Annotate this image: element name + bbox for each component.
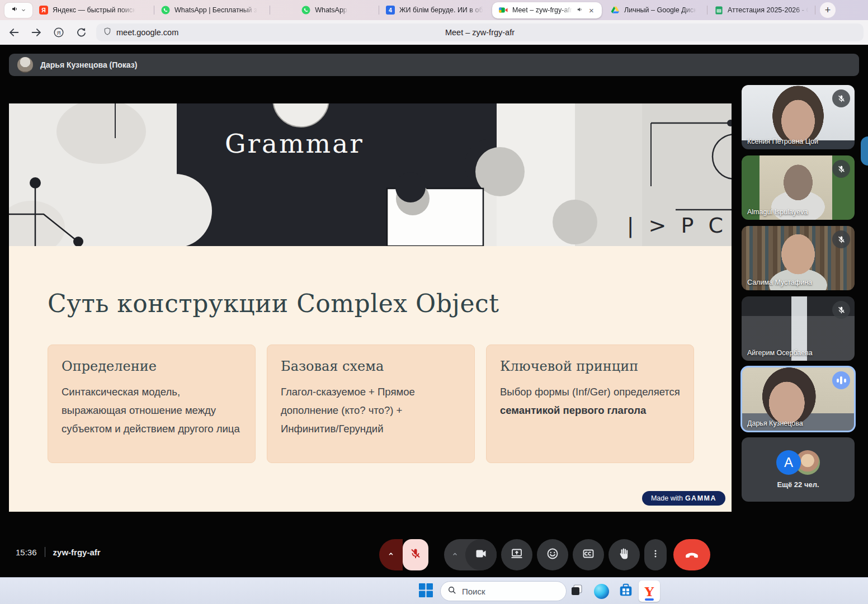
close-icon[interactable]: × [589,6,594,15]
camera-button-group [444,539,497,570]
drive-icon [611,6,620,15]
taskbar-search[interactable] [440,581,567,601]
card-heading: Определение [62,358,242,374]
windows-logo-icon [419,583,433,600]
reactions-button[interactable] [537,539,568,570]
more-participants-tile[interactable]: A Ещё 22 чел. [742,437,855,502]
presenter-name: Дарья Кузнецова (Показ) [40,60,137,69]
edge-browser-button[interactable] [591,581,612,602]
forward-button[interactable] [28,24,45,41]
presenter-banner[interactable]: Дарья Кузнецова (Показ) [9,54,859,76]
task-view-icon [570,583,583,599]
mic-off-icon [409,547,422,563]
tab-meet-active[interactable]: Meet – zyw-frgy-afr × [492,2,602,18]
shared-slide: Grammar | > P C Суть конструкции Complex… [9,103,732,512]
participant-tile-darya[interactable]: Дарья Кузнецова [742,367,855,431]
raise-hand-button[interactable] [608,539,640,570]
tab-label: WhatsApp [315,6,347,14]
whatsapp-icon [161,6,170,15]
yandex-menu-button[interactable]: Я [50,24,67,41]
tab-whatsapp-1[interactable]: WhatsApp | Бесплатный з [154,0,270,20]
tab-whatsapp-2[interactable]: WhatsApp [270,0,379,20]
yandex-browser-icon: Y [645,584,654,599]
slide-banner: Grammar | > P C [9,103,732,246]
svg-text:Я: Я [57,30,61,36]
tab-presentation[interactable]: 4 ЖИ білім беруде. ИИ в об [379,0,490,20]
more-options-button[interactable] [644,539,667,570]
avatar [17,57,33,73]
card-body: Синтаксическая модель, выражающая отноше… [62,386,240,435]
chevron-up-icon [386,549,395,560]
browser-nav-bar: Я meet.google.com Meet – zyw-frgy-afr [0,20,868,45]
mic-button-group [379,539,428,570]
participant-tile-aigerim[interactable]: Айгерим Осербаева [742,296,855,361]
clock-time: 15:36 [16,548,37,557]
tab-label: Аттестация 2025-2026 - G [728,6,808,14]
card-body-bold: семантикой первого глагола [500,404,646,416]
participant-name: Almagul Ispulayeva [747,208,808,216]
banner-glyphs: | > P C [627,213,727,238]
yandex-icon: Я [39,6,48,15]
participant-tile-ksenia[interactable]: Ксения Петровна Цой [742,85,855,149]
slide-title: Суть конструкции Complex Object [48,289,499,318]
camera-on-button[interactable] [465,539,497,570]
new-tab-button[interactable]: + [820,2,836,18]
speaking-indicator-icon [832,371,850,389]
search-input[interactable] [462,587,546,596]
windows-taskbar: Y [0,577,868,604]
participant-tile-almagul[interactable]: Almagul Ispulayeva [742,155,855,220]
sidebar-handle[interactable] [861,136,868,166]
task-view-button[interactable] [566,581,587,602]
banner-title: Grammar [225,128,364,159]
camera-icon [474,547,488,563]
camera-options-button[interactable] [444,539,465,570]
active-app-indicator [645,598,654,601]
yandex-browser-button[interactable]: Y [639,581,660,602]
store-icon [619,583,633,600]
mic-off-icon [832,160,850,178]
puzzle-illustration [9,103,732,246]
chevron-down-icon [21,5,26,15]
search-icon [447,586,457,597]
present-screen-button[interactable] [501,539,532,570]
reload-button[interactable] [73,24,89,41]
smiley-icon [546,547,559,563]
avatar-letter: A [776,450,801,475]
mic-off-icon [832,301,850,319]
start-button[interactable] [415,581,436,602]
captions-button[interactable] [573,539,604,570]
participant-name: Дарья Кузнецова [747,419,803,427]
mic-off-icon [832,230,850,248]
stacked-avatars: A [776,450,820,475]
card-heading: Базовая схема [281,358,461,374]
mic-muted-button[interactable] [403,539,428,570]
mic-options-button[interactable] [379,539,403,570]
tab-label: ЖИ білім беруде. ИИ в об [399,6,483,14]
more-count-label: Ещё 22 чел. [777,480,819,489]
end-call-button[interactable] [673,539,710,570]
participant-tile-salima[interactable]: Салима Мустафина [742,226,855,290]
tab-audio-button[interactable] [4,3,32,18]
microsoft-store-button[interactable] [615,581,636,602]
tab-label: Личный – Google Диск [624,6,696,14]
tab-google-drive[interactable]: Личный – Google Диск [604,0,707,20]
tab-google-sheets[interactable]: Аттестация 2025-2026 - G [707,0,815,20]
back-button[interactable] [6,24,22,41]
screen: Я Яндекс — быстрый поиск WhatsApp | Бесп… [0,0,868,604]
divider [45,547,45,557]
card-basic-scheme: Базовая схема Глагол-сказуемое + Прямое … [267,345,475,463]
made-with-gamma-badge[interactable]: Made with GAMMA [642,491,725,506]
slide-body: Суть конструкции Complex Object Определе… [9,246,732,512]
gamma-logo: GAMMA [685,494,716,502]
card-heading: Ключевой принцип [500,358,680,374]
address-bar[interactable]: meet.google.com Meet – zyw-frgy-afr [96,23,864,41]
captions-icon [582,547,595,563]
tab-audible-icon [577,5,583,15]
participant-name: Айгерим Осербаева [747,349,813,357]
blue-doc-icon: 4 [386,6,395,15]
tab-label: Яндекс — быстрый поиск [53,6,135,14]
hand-icon [617,547,631,563]
tab-yandex-search[interactable]: Я Яндекс — быстрый поиск [32,0,154,20]
card-definition: Определение Синтаксическая модель, выраж… [48,345,256,463]
edge-icon [594,584,609,599]
